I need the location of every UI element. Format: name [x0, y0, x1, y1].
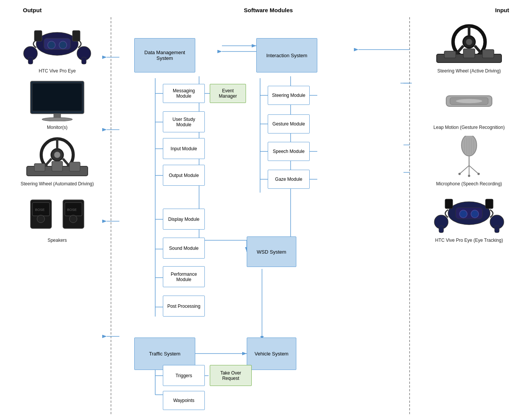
display-module-box: Display Module: [163, 209, 205, 230]
microphone-img: [431, 134, 507, 180]
software-column: Data Management System Interaction Syste…: [111, 17, 409, 414]
svg-rect-7: [82, 57, 86, 64]
user-study-box: User Study Module: [163, 111, 205, 132]
interaction-system-box: Interaction System: [256, 38, 317, 72]
svg-rect-5: [28, 57, 33, 64]
svg-point-23: [54, 152, 60, 158]
main-layout: HTC Vive Pro Eye Monitor(s): [0, 13, 532, 418]
output-monitor: Monitor(s): [8, 77, 107, 130]
output-steering: Steering Wheel (Automated Driving): [8, 134, 107, 186]
gesture-module-box: Gesture Module: [268, 114, 310, 133]
svg-rect-101: [445, 199, 453, 209]
event-manager-box: Event Manager: [210, 84, 246, 103]
vehicle-system-box: Vehicle System: [247, 338, 296, 370]
post-processing-box: Post Processing: [163, 296, 205, 317]
waypoints-box: Waypoints: [163, 391, 205, 410]
divider-right: [409, 17, 410, 414]
svg-point-90: [458, 173, 461, 175]
microphone-label: Microphone (Speech Recording): [436, 181, 502, 186]
speakers-label: Speakers: [48, 238, 67, 243]
svg-rect-73: [444, 51, 456, 58]
svg-text:BOSE: BOSE: [67, 208, 77, 212]
take-over-request-box: Take Over Request: [210, 365, 252, 386]
svg-rect-11: [32, 83, 82, 111]
svg-point-96: [471, 210, 479, 218]
steering-module-box: Steering Module: [268, 86, 310, 105]
gaze-module-box: Gaze Module: [268, 170, 310, 189]
svg-rect-98: [439, 226, 444, 233]
steering-auto-label: Steering Wheel (Automated Driving): [21, 181, 94, 186]
sound-module-box: Sound Module: [163, 238, 205, 259]
svg-rect-100: [495, 226, 499, 233]
software-header: Software Modules: [244, 7, 293, 13]
svg-point-3: [59, 41, 67, 49]
svg-point-92: [468, 175, 470, 177]
htc-vive-eye-img: [431, 190, 507, 236]
monitor-label: Monitor(s): [47, 125, 68, 130]
output-htc-vive: HTC Vive Pro Eye: [8, 21, 107, 74]
svg-rect-9: [72, 31, 80, 41]
svg-rect-75: [482, 50, 494, 58]
steering-auto-img: [19, 134, 95, 180]
htc-vive-img: [19, 21, 95, 67]
input-column: Steering Wheel (Active Driving) Leap Mot…: [410, 17, 532, 414]
svg-text:BOSE: BOSE: [35, 208, 45, 212]
output-module-box: Output Module: [163, 165, 205, 186]
steering-active-label: Steering Wheel (Active Driving): [437, 68, 501, 74]
svg-rect-20: [34, 164, 45, 171]
svg-point-2: [48, 41, 55, 49]
messaging-module-box: Messaging Module: [163, 84, 205, 103]
svg-rect-21: [52, 161, 63, 171]
triggers-box: Triggers: [163, 365, 205, 386]
input-module-box: Input Module: [163, 138, 205, 159]
wsd-system-box: WSD System: [247, 236, 296, 267]
output-header: Output: [23, 7, 42, 13]
svg-rect-102: [485, 199, 493, 209]
svg-point-26: [37, 215, 45, 223]
svg-rect-8: [34, 31, 42, 41]
htc-vive-eye-label: HTC Vive Pro Eye (Eye Tracking): [435, 238, 503, 243]
htc-vive-label: HTC Vive Pro Eye: [39, 68, 76, 74]
input-steering-wheel: Steering Wheel (Active Driving): [414, 21, 524, 74]
header: Output Software Modules Input: [0, 0, 532, 13]
performance-module-box: Performance Module: [163, 266, 205, 287]
leap-motion-img: [431, 77, 507, 123]
data-management-box: Data Management System: [134, 38, 195, 72]
output-column: HTC Vive Pro Eye Monitor(s): [0, 17, 111, 414]
page-container: Output Software Modules Input: [0, 0, 532, 418]
input-leap-motion: Leap Motion (Gesture Recognition): [414, 77, 524, 130]
output-speakers: BOSE BOSE Speakers: [8, 190, 107, 243]
input-microphone: Microphone (Speech Recording): [414, 134, 524, 186]
svg-point-91: [477, 173, 480, 175]
svg-rect-22: [69, 162, 80, 171]
speech-module-box: Speech Module: [268, 142, 310, 161]
svg-point-79: [456, 99, 482, 103]
svg-point-95: [460, 210, 467, 218]
svg-line-88: [469, 166, 479, 174]
svg-point-76: [466, 39, 472, 45]
leap-motion-label: Leap Motion (Gesture Recognition): [434, 125, 505, 130]
input-header: Input: [495, 7, 509, 13]
svg-point-30: [69, 215, 77, 223]
input-htc-vive-eye: HTC Vive Pro Eye (Eye Tracking): [414, 190, 524, 243]
svg-point-13: [42, 117, 72, 121]
steering-active-img: [431, 21, 507, 67]
svg-line-87: [460, 166, 469, 174]
speakers-img: BOSE BOSE: [19, 190, 95, 236]
svg-rect-74: [463, 49, 475, 58]
monitor-img: [19, 77, 95, 123]
